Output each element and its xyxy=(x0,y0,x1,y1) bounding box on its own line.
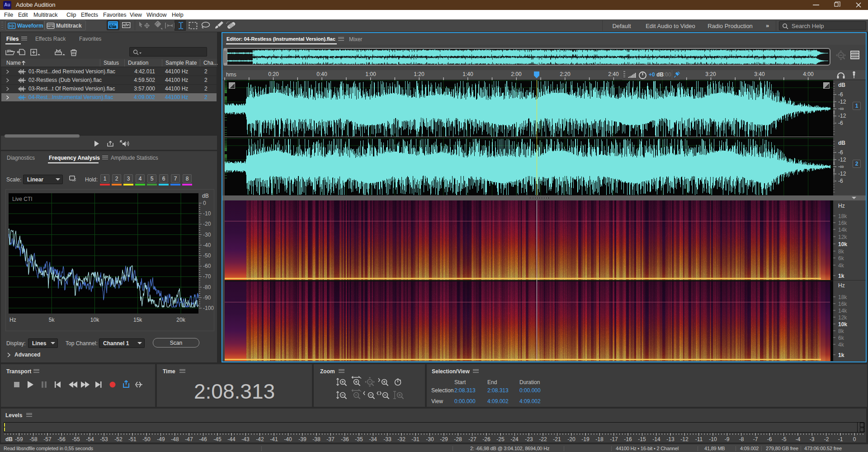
svg-text:-30: -30 xyxy=(203,232,211,238)
svg-text:15k: 15k xyxy=(133,317,142,323)
svg-text:dB: dB xyxy=(202,193,209,199)
svg-text:-60: -60 xyxy=(203,263,211,269)
svg-text:20k: 20k xyxy=(176,317,185,323)
svg-text:-90: -90 xyxy=(203,295,211,301)
svg-text:10k: 10k xyxy=(90,317,99,323)
svg-text:-70: -70 xyxy=(203,273,211,280)
svg-text:-40: -40 xyxy=(203,242,211,248)
svg-text:-20: -20 xyxy=(203,221,211,227)
svg-text:-100: -100 xyxy=(203,305,214,311)
svg-text:-50: -50 xyxy=(203,252,211,259)
svg-text:5k: 5k xyxy=(49,317,55,323)
svg-text:-80: -80 xyxy=(203,284,211,290)
svg-text:-10: -10 xyxy=(203,210,211,217)
svg-text:Live CTI: Live CTI xyxy=(12,196,33,202)
svg-text:Hz: Hz xyxy=(9,317,16,323)
svg-text:0: 0 xyxy=(203,200,206,206)
